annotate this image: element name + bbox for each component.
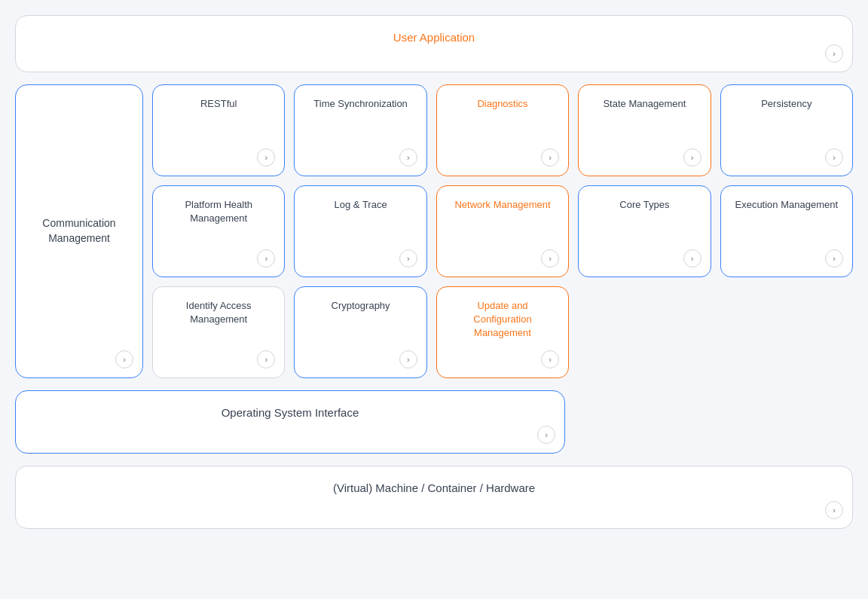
update-config-chevron[interactable]: › bbox=[541, 350, 559, 368]
diagnostics-card[interactable]: Diagnostics › bbox=[436, 84, 569, 176]
vm-hardware-card: (Virtual) Machine / Container / Hardware… bbox=[15, 466, 853, 529]
network-management-chevron[interactable]: › bbox=[541, 249, 559, 267]
cryptography-chevron[interactable]: › bbox=[399, 350, 417, 368]
os-interface-chevron[interactable]: › bbox=[537, 426, 555, 444]
middle-section: Communication Management › RESTful › Tim… bbox=[15, 84, 853, 378]
platform-health-chevron[interactable]: › bbox=[257, 249, 275, 267]
user-app-title: User Application bbox=[393, 31, 475, 44]
communication-management-card: Communication Management › bbox=[15, 84, 143, 378]
restful-chevron[interactable]: › bbox=[257, 148, 275, 167]
os-interface-title: Operating System Interface bbox=[222, 406, 359, 419]
vm-hardware-title: (Virtual) Machine / Container / Hardware bbox=[333, 481, 535, 494]
platform-health-card[interactable]: Platform Health Management › bbox=[152, 185, 285, 277]
vm-hardware-chevron[interactable]: › bbox=[825, 501, 843, 519]
state-management-label: State Management bbox=[603, 97, 686, 111]
execution-management-label: Execution Management bbox=[735, 198, 838, 212]
platform-health-label: Platform Health Management bbox=[164, 198, 274, 225]
identify-access-card[interactable]: Identify Access Management › bbox=[152, 286, 285, 378]
os-wrapper: Operating System Interface › bbox=[15, 390, 565, 454]
comm-management-chevron[interactable]: › bbox=[115, 350, 133, 368]
restful-card[interactable]: RESTful › bbox=[152, 84, 285, 176]
cryptography-label: Cryptography bbox=[332, 299, 390, 313]
user-application-card: User Application › bbox=[15, 15, 853, 72]
page-wrapper: User Application › Communication Managem… bbox=[15, 15, 853, 529]
time-sync-chevron[interactable]: › bbox=[399, 148, 417, 167]
persistency-chevron[interactable]: › bbox=[825, 148, 843, 167]
persistency-label: Persistency bbox=[761, 97, 811, 111]
cryptography-card[interactable]: Cryptography › bbox=[294, 286, 426, 378]
update-config-label: Update and Configuration Management bbox=[448, 299, 558, 341]
identify-access-chevron[interactable]: › bbox=[257, 350, 275, 368]
network-management-card[interactable]: Network Management › bbox=[436, 185, 569, 277]
state-management-chevron[interactable]: › bbox=[683, 148, 701, 167]
log-trace-card[interactable]: Log & Trace › bbox=[294, 185, 426, 277]
persistency-card[interactable]: Persistency › bbox=[720, 84, 853, 176]
core-types-label: Core Types bbox=[619, 198, 669, 212]
restful-label: RESTful bbox=[200, 97, 237, 111]
log-trace-label: Log & Trace bbox=[335, 198, 387, 212]
update-config-card[interactable]: Update and Configuration Management › bbox=[436, 286, 569, 378]
time-sync-label: Time Synchronization bbox=[313, 97, 408, 111]
comm-management-label: Communication Management bbox=[28, 216, 130, 246]
log-trace-chevron[interactable]: › bbox=[399, 249, 417, 267]
os-interface-card: Operating System Interface › bbox=[15, 390, 565, 454]
modules-grid: RESTful › Time Synchronization › Diagnos… bbox=[152, 84, 853, 378]
state-management-card[interactable]: State Management › bbox=[578, 84, 711, 176]
diagnostics-chevron[interactable]: › bbox=[541, 148, 559, 167]
time-sync-card[interactable]: Time Synchronization › bbox=[294, 84, 426, 176]
identify-access-label: Identify Access Management bbox=[164, 299, 274, 326]
user-app-chevron[interactable]: › bbox=[825, 44, 843, 63]
core-types-chevron[interactable]: › bbox=[683, 249, 701, 267]
execution-management-card[interactable]: Execution Management › bbox=[720, 185, 853, 277]
core-types-card[interactable]: Core Types › bbox=[578, 185, 711, 277]
execution-management-chevron[interactable]: › bbox=[825, 249, 843, 267]
diagnostics-label: Diagnostics bbox=[477, 97, 527, 111]
network-management-label: Network Management bbox=[454, 198, 550, 212]
